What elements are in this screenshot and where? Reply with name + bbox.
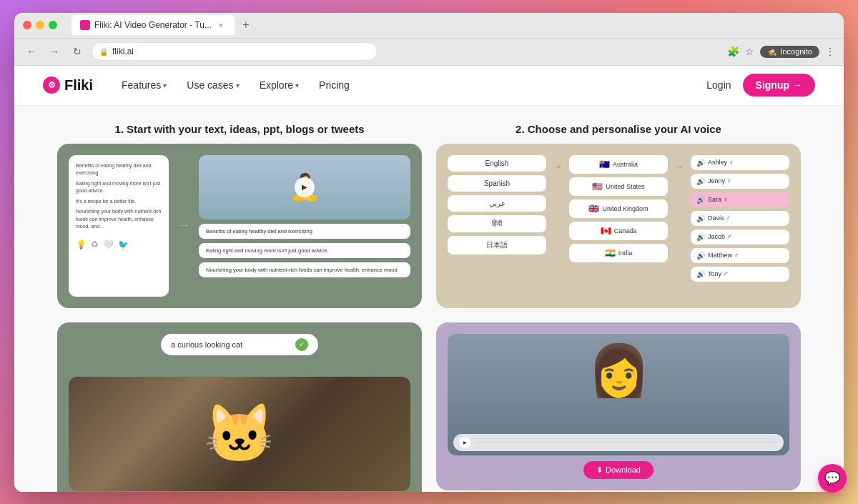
step1-icon-row: 💡 ♻ 🤍 🐦	[76, 238, 162, 251]
use-cases-chevron: ▾	[236, 81, 240, 89]
new-tab-button[interactable]: +	[237, 16, 255, 34]
explore-menu[interactable]: Explore ▾	[260, 79, 299, 91]
chat-icon: 💬	[824, 470, 840, 486]
incognito-label: Incognito	[780, 47, 812, 56]
step4-card: 👩 ▶ ⬇ Download	[436, 322, 801, 490]
lang-japanese[interactable]: 日本語	[448, 236, 546, 255]
country-uk[interactable]: 🇬🇧 United Kingdom	[569, 199, 668, 218]
step3-section: a curious looking cat ✓ ↓ 🐱 3. Select me…	[57, 322, 422, 492]
incognito-button[interactable]: 🕵 Incognito	[760, 46, 819, 58]
voice-tony[interactable]: 🔊 Tony ♂	[691, 267, 789, 282]
download-icon: ⬇	[596, 465, 603, 475]
explore-label: Explore	[260, 79, 293, 91]
pricing-link[interactable]: Pricing	[319, 79, 350, 91]
arrow-down-icon: ↓	[237, 361, 242, 374]
maximize-button[interactable]	[49, 21, 57, 29]
cat-emoji: 🐱	[204, 405, 275, 463]
address-bar: ← → ↻ 🔒 fliki.ai 🧩 ☆ 🕵 Incognito ⋮	[14, 39, 844, 66]
login-button[interactable]: Login	[706, 79, 731, 91]
step1-right-panel: 🧘 ▶ Benefits of eating healthy diet and …	[199, 155, 410, 297]
step1-item1: Benefits of eating healthy diet and exer…	[199, 224, 410, 239]
lang-hindi[interactable]: हिंदी	[448, 215, 546, 232]
incognito-icon: 🕵	[767, 47, 777, 56]
active-tab[interactable]: Fliki: AI Video Generator - Tu... ×	[72, 15, 235, 35]
voice-jacob[interactable]: 🔊 Jacob ♂	[691, 229, 789, 244]
country-india[interactable]: 🇮🇳 India	[569, 244, 668, 262]
tab-title: Fliki: AI Video Generator - Tu...	[94, 20, 212, 30]
refresh-button[interactable]: ↻	[69, 43, 86, 60]
nav-actions: Login Signup →	[706, 74, 815, 97]
search-text: a curious looking cat	[171, 340, 242, 349]
country-australia[interactable]: 🇦🇺 Australia	[569, 155, 668, 174]
browser-titlebar: Fliki: AI Video Generator - Tu... × +	[14, 13, 844, 39]
download-label: Download	[606, 465, 641, 474]
menu-icon[interactable]: ⋮	[825, 46, 835, 57]
lang-english[interactable]: English	[448, 155, 546, 172]
page-content: ⚙ Fliki Features ▾ Use cases ▾ Explore ▾…	[14, 66, 844, 492]
step1-text-line4: Nourishing your body with nutrient-rich …	[76, 208, 162, 231]
tab-close-button[interactable]: ×	[216, 20, 226, 30]
explore-chevron: ▾	[295, 81, 299, 89]
country-column: 🇦🇺 Australia 🇺🇸 United States 🇬🇧 United …	[569, 155, 668, 262]
step1-text-line3: It's a recipe for a better life.	[76, 198, 162, 206]
step1-title: 1. Start with your text, ideas, ppt, blo…	[114, 123, 364, 135]
step1-item2: Eating right and moving more isn't just …	[199, 243, 410, 258]
step1-text-line2: Eating right and moving more isn't just …	[76, 180, 162, 195]
bookmark-icon[interactable]: ☆	[745, 46, 754, 57]
features-menu[interactable]: Features ▾	[122, 79, 167, 91]
step1-item3: Nourishing your body with nutrient-rich …	[199, 262, 410, 277]
video-controls: ▶	[453, 434, 784, 451]
person-video: 👩 ▶	[448, 334, 789, 455]
tab-bar: Fliki: AI Video Generator - Tu... × +	[72, 15, 255, 35]
use-cases-label: Use cases	[187, 79, 233, 91]
extensions-icon[interactable]: 🧩	[727, 46, 739, 57]
minimize-button[interactable]	[36, 21, 44, 29]
voice-ashley[interactable]: 🔊 Ashley ♀	[691, 155, 789, 170]
close-button[interactable]	[23, 21, 31, 29]
step1-video-preview[interactable]: 🧘 ▶	[199, 155, 410, 219]
lang-spanish[interactable]: Spanish	[448, 175, 546, 192]
step2-title: 2. Choose and personalise your AI voice	[516, 123, 721, 135]
lock-icon: 🔒	[99, 48, 108, 56]
step1-text-panel: Benefits of eating healthy diet and exer…	[69, 155, 169, 297]
logo-icon: ⚙	[43, 76, 60, 94]
video-play-button[interactable]: ▶	[459, 437, 470, 448]
signup-label: Signup	[756, 79, 789, 91]
step3-card: a curious looking cat ✓ ↓ 🐱	[57, 322, 422, 492]
step1-section: 1. Start with your text, ideas, ppt, blo…	[57, 123, 422, 308]
person-emoji: 👩	[588, 341, 650, 400]
media-search-bar[interactable]: a curious looking cat ✓	[161, 334, 318, 355]
step1-text-line1: Benefits of eating healthy diet and exer…	[76, 162, 162, 177]
back-button[interactable]: ←	[23, 43, 40, 60]
step2-section: 2. Choose and personalise your AI voice …	[436, 123, 801, 308]
cat-image: 🐱	[69, 377, 410, 491]
heart-icon: 🤍	[103, 238, 114, 251]
bulb-icon: 💡	[76, 238, 87, 251]
step1-card: Benefits of eating healthy diet and exer…	[57, 144, 422, 308]
video-progress-bar[interactable]	[475, 441, 778, 443]
voice-davis[interactable]: 🔊 Davis ♂	[691, 211, 789, 226]
download-button[interactable]: ⬇ Download	[583, 461, 654, 479]
use-cases-menu[interactable]: Use cases ▾	[187, 79, 239, 91]
recycle-icon: ♻	[91, 238, 99, 251]
features-chevron: ▾	[163, 81, 167, 89]
lang-arabic[interactable]: عربي	[448, 195, 546, 212]
voice-matthew[interactable]: 🔊 Matthew ♂	[691, 248, 789, 263]
main-content: 1. Start with your text, ideas, ppt, blo…	[14, 106, 844, 492]
site-logo[interactable]: ⚙ Fliki	[43, 76, 93, 94]
url-input[interactable]: 🔒 fliki.ai	[92, 42, 378, 61]
country-us[interactable]: 🇺🇸 United States	[569, 177, 668, 196]
play-button[interactable]: ▶	[295, 177, 315, 197]
search-confirm-icon[interactable]: ✓	[295, 338, 308, 351]
voice-jenny[interactable]: 🔊 Jenny ♀	[691, 174, 789, 189]
features-label: Features	[122, 79, 161, 91]
signup-button[interactable]: Signup →	[743, 74, 815, 97]
forward-button[interactable]: →	[46, 43, 63, 60]
nav-links: Features ▾ Use cases ▾ Explore ▾ Pricing	[122, 79, 706, 91]
country-canada[interactable]: 🇨🇦 Canada	[569, 222, 668, 240]
main-nav: ⚙ Fliki Features ▾ Use cases ▾ Explore ▾…	[14, 66, 844, 106]
chat-support-button[interactable]: 💬	[818, 464, 844, 492]
steps-grid: 1. Start with your text, ideas, ppt, blo…	[57, 123, 801, 492]
logo-text: Fliki	[64, 77, 93, 94]
voice-sara[interactable]: 🔊 Sara ♀	[691, 192, 789, 207]
